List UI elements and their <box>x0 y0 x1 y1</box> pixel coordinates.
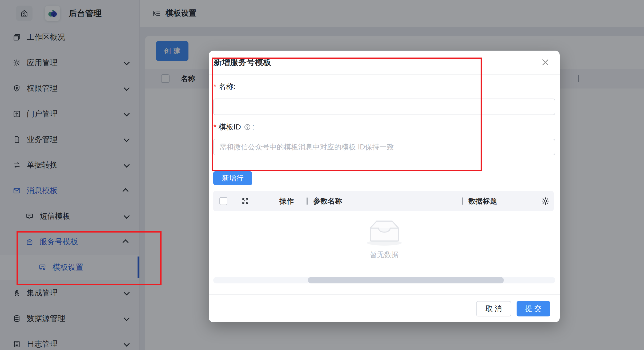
data-title-column-header: 数据标题 <box>468 196 497 206</box>
cancel-button[interactable]: 取 消 <box>476 301 511 316</box>
column-divider <box>462 197 463 205</box>
close-icon <box>541 58 550 67</box>
param-name-column-header: 参数名称 <box>313 196 342 206</box>
expand-icon[interactable] <box>241 197 249 205</box>
add-template-modal: 新增服务号模板 * 名称 : * 模板ID : 新增行 操作 参数名称 数据标题… <box>209 51 560 322</box>
modal-footer: 取 消 提 交 <box>209 294 560 322</box>
modal-close-button[interactable] <box>541 58 550 67</box>
modal-title: 新增服务号模板 <box>214 57 271 68</box>
param-table-header: 操作 参数名称 数据标题 <box>213 191 554 211</box>
add-row-button[interactable]: 新增行 <box>213 171 252 185</box>
modal-header: 新增服务号模板 <box>209 51 560 75</box>
empty-box-icon <box>363 218 406 246</box>
required-marker: * <box>214 82 216 91</box>
column-divider <box>307 197 308 205</box>
template-id-field-label: * 模板ID : <box>214 122 254 132</box>
horizontal-scrollbar-thumb[interactable] <box>308 277 504 283</box>
template-id-input[interactable] <box>213 139 555 155</box>
gear-icon <box>541 197 550 205</box>
name-input[interactable] <box>213 99 555 115</box>
name-field-label: * 名称 : <box>214 82 236 92</box>
empty-state: 暂无数据 <box>209 218 560 259</box>
horizontal-scrollbar-track[interactable] <box>213 277 555 283</box>
empty-state-text: 暂无数据 <box>209 250 560 259</box>
help-question-icon[interactable] <box>244 123 251 131</box>
submit-button[interactable]: 提 交 <box>517 301 550 316</box>
param-select-all-checkbox[interactable] <box>219 197 227 205</box>
required-marker: * <box>214 123 216 131</box>
column-settings-button[interactable] <box>541 197 550 205</box>
operation-column-header: 操作 <box>279 196 294 206</box>
